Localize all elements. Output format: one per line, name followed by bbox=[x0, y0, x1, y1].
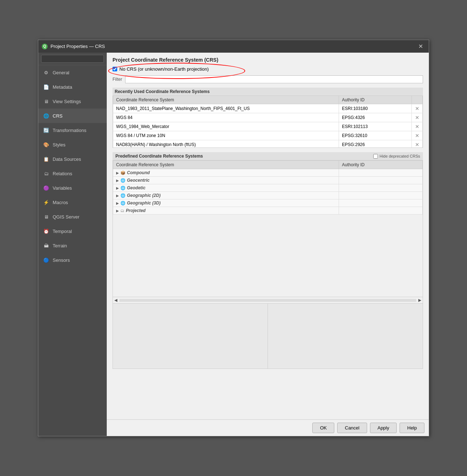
list-item[interactable]: ▶ 🌐 Geocentric bbox=[113, 177, 423, 184]
predefined-crs-col: Coordinate Reference System bbox=[113, 161, 339, 169]
predefined-table: Coordinate Reference System Authority ID… bbox=[113, 160, 423, 215]
tree-node-icon: 🌐 bbox=[120, 186, 125, 190]
sidebar-item-transformations[interactable]: 🔄 Transformations bbox=[38, 123, 107, 137]
hide-deprecated-checkbox[interactable] bbox=[373, 154, 378, 159]
table-row[interactable]: WGS 84 / UTM zone 10N EPSG:32610 ✕ bbox=[113, 131, 423, 140]
predefined-auth-col: Authority ID bbox=[339, 161, 423, 169]
tree-auth-cell bbox=[339, 207, 423, 215]
tree-cell: ▶ 🌐 Geographic (2D) bbox=[113, 192, 339, 199]
temporal-icon: ⏰ bbox=[43, 228, 50, 235]
close-button[interactable]: ✕ bbox=[416, 42, 425, 50]
sidebar-item-qgis-server[interactable]: 🖥 QGIS Server bbox=[38, 210, 107, 224]
remove-col-header bbox=[412, 96, 423, 104]
no-crs-label: No CRS (or unknown/non-Earth projection) bbox=[119, 66, 209, 72]
sidebar-label-relations: Relations bbox=[53, 171, 72, 176]
filter-row: Filter bbox=[113, 75, 423, 83]
sidebar-item-sensors[interactable]: 🔵 Sensors bbox=[38, 253, 107, 267]
filter-input[interactable] bbox=[125, 75, 423, 83]
sidebar-label-macros: Macros bbox=[53, 200, 68, 205]
hide-deprecated-label: Hide deprecated CRSs bbox=[379, 154, 420, 158]
footer: OK Cancel Apply Help bbox=[107, 419, 429, 436]
sidebar-item-crs[interactable]: 🌐 CRS bbox=[38, 109, 107, 123]
no-crs-row: No CRS (or unknown/non-Earth projection) bbox=[113, 66, 423, 72]
sidebar-label-data-sources: Data Sources bbox=[53, 157, 81, 162]
tree-auth-cell bbox=[339, 177, 423, 184]
apply-button[interactable]: Apply bbox=[370, 423, 397, 433]
sidebar-label-qgis-server: QGIS Server bbox=[53, 214, 79, 220]
scroll-left-btn[interactable]: ◀ bbox=[113, 298, 119, 303]
remove-button[interactable]: ✕ bbox=[415, 133, 419, 138]
bottom-panels bbox=[113, 304, 423, 369]
sidebar-label-crs: CRS bbox=[53, 113, 62, 119]
cancel-button[interactable]: Cancel bbox=[337, 423, 367, 433]
tree-auth-cell bbox=[339, 199, 423, 207]
tree-expand-arrow[interactable]: ▶ bbox=[116, 171, 119, 175]
remove-button[interactable]: ✕ bbox=[415, 124, 419, 129]
sidebar-item-relations[interactable]: 🗂 Relations bbox=[38, 166, 107, 181]
sidebar-item-general[interactable]: ⚙ General bbox=[38, 65, 107, 80]
window-title: Project Properties — CRS bbox=[50, 44, 105, 49]
tree-node-label: Projected bbox=[126, 208, 146, 213]
relations-icon: 🗂 bbox=[43, 170, 50, 177]
sidebar-label-sensors: Sensors bbox=[53, 257, 70, 263]
list-item[interactable]: ▶ 🌐 Geographic (2D) bbox=[113, 192, 423, 199]
remove-cell: ✕ bbox=[412, 104, 423, 113]
recently-used-table-scroll[interactable]: Coordinate Reference System Authority ID… bbox=[113, 96, 423, 148]
scroll-right-btn[interactable]: ▶ bbox=[417, 298, 423, 303]
tree-node-icon: 🌐 bbox=[120, 201, 125, 206]
bottom-right-panel bbox=[268, 304, 423, 369]
no-crs-checkbox[interactable] bbox=[113, 67, 117, 71]
table-row[interactable]: WGS_1984_Web_Mercator ESRI:102113 ✕ bbox=[113, 122, 423, 131]
crs-icon: 🌐 bbox=[43, 112, 50, 119]
tree-cell: ▶ 🌐 Geocentric bbox=[113, 177, 339, 184]
list-item[interactable]: ▶ 🌐 Geodetic bbox=[113, 184, 423, 192]
predefined-section: Predefined Coordinate Reference Systems … bbox=[113, 152, 423, 297]
tree-expand-arrow[interactable]: ▶ bbox=[116, 178, 119, 182]
remove-button[interactable]: ✕ bbox=[415, 106, 419, 111]
dialog-body: ⚙ General 📄 Metadata 🖥 View Settings 🌐 C… bbox=[38, 53, 429, 436]
remove-button[interactable]: ✕ bbox=[415, 142, 419, 147]
title-bar: Q Project Properties — CRS ✕ bbox=[38, 40, 429, 53]
tree-expand-arrow[interactable]: ▶ bbox=[116, 186, 119, 190]
tree-auth-cell bbox=[339, 184, 423, 192]
sidebar-item-styles[interactable]: 🎨 Styles bbox=[38, 137, 107, 152]
tree-expand-arrow[interactable]: ▶ bbox=[116, 201, 119, 205]
content-inner: Project Coordinate Reference System (CRS… bbox=[107, 53, 429, 419]
list-item[interactable]: ▶ 🗂 Projected bbox=[113, 207, 423, 215]
sidebar-item-metadata[interactable]: 📄 Metadata bbox=[38, 80, 107, 94]
variables-icon: 🟣 bbox=[43, 184, 50, 191]
sidebar-search-input[interactable] bbox=[41, 55, 104, 63]
table-row[interactable]: NAD83(HARN) / Washington North (ftUS) EP… bbox=[113, 140, 423, 148]
app-icon: Q bbox=[42, 44, 48, 49]
sidebar-item-temporal[interactable]: ⏰ Temporal bbox=[38, 224, 107, 238]
horizontal-scroll[interactable]: ◀ ▶ bbox=[113, 297, 423, 304]
sidebar-item-data-sources[interactable]: 📋 Data Sources bbox=[38, 152, 107, 166]
section-title: Project Coordinate Reference System (CRS… bbox=[113, 57, 423, 63]
sidebar-item-view-settings[interactable]: 🖥 View Settings bbox=[38, 94, 107, 109]
tree-node-label: Geodetic bbox=[127, 185, 145, 190]
list-item[interactable]: ▶ 🌐 Geographic (3D) bbox=[113, 199, 423, 207]
list-item[interactable]: ▶ 📦 Compound bbox=[113, 169, 423, 177]
authority-col-header: Authority ID bbox=[339, 96, 412, 104]
tree-node-icon: 📦 bbox=[120, 171, 125, 175]
table-row[interactable]: WGS 84 EPSG:4326 ✕ bbox=[113, 113, 423, 122]
sidebar-item-terrain[interactable]: 🏔 Terrain bbox=[38, 238, 107, 253]
ok-button[interactable]: OK bbox=[312, 423, 334, 433]
remove-cell: ✕ bbox=[412, 140, 423, 148]
sidebar-item-macros[interactable]: ⚡ Macros bbox=[38, 195, 107, 210]
help-button[interactable]: Help bbox=[400, 423, 424, 433]
authority-cell: EPSG:4326 bbox=[339, 113, 412, 122]
remove-button[interactable]: ✕ bbox=[415, 115, 419, 120]
remove-cell: ✕ bbox=[412, 122, 423, 131]
sidebar-label-terrain: Terrain bbox=[53, 243, 67, 248]
tree-node-label: Geographic (3D) bbox=[127, 200, 160, 206]
tree-expand-arrow[interactable]: ▶ bbox=[116, 209, 119, 213]
tree-node-label: Geographic (2D) bbox=[127, 193, 160, 198]
predefined-scroll-area[interactable]: Coordinate Reference System Authority ID… bbox=[113, 160, 423, 297]
tree-expand-arrow[interactable]: ▶ bbox=[116, 194, 119, 198]
tree-node-icon: 🗂 bbox=[120, 208, 124, 213]
table-row[interactable]: NAD_1983_2011_StatePlane_Washington_Nort… bbox=[113, 104, 423, 113]
sensors-icon: 🔵 bbox=[43, 256, 50, 264]
sidebar-item-variables[interactable]: 🟣 Variables bbox=[38, 181, 107, 195]
general-icon: ⚙ bbox=[43, 69, 50, 76]
